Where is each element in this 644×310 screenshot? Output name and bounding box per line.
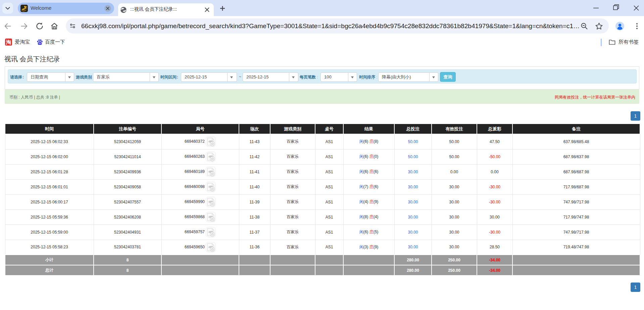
svg-text:du: du bbox=[39, 42, 41, 45]
svg-text:淘: 淘 bbox=[6, 39, 11, 45]
